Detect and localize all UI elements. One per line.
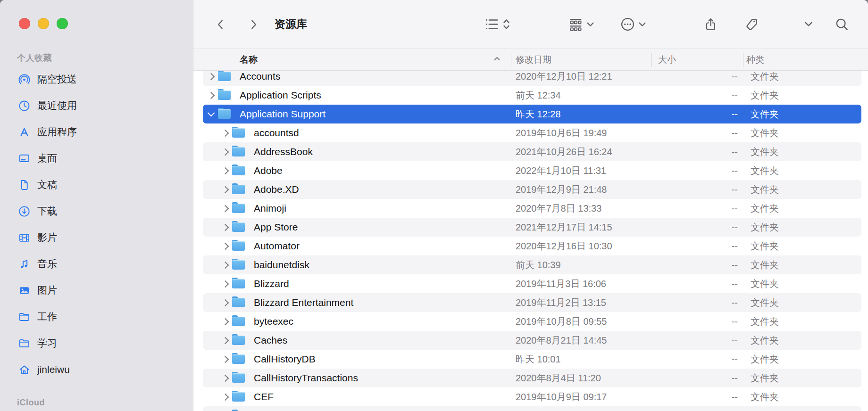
tag-button[interactable]	[745, 0, 759, 49]
minimize-button[interactable]	[38, 18, 49, 29]
folder-icon	[232, 204, 245, 213]
table-row[interactable]: baidunetdisk 前天 10:39 -- 文件夹	[193, 255, 868, 274]
file-kind: 文件夹	[751, 161, 779, 180]
sidebar-item-label: 工作	[37, 310, 57, 323]
date-modified: 2020年7月8日 13:33	[516, 199, 601, 218]
disclosure-chevron-icon[interactable]	[222, 142, 230, 161]
search-button[interactable]	[835, 0, 849, 49]
folder-icon	[232, 279, 245, 288]
disclosure-chevron-icon[interactable]	[222, 180, 230, 199]
airdrop-icon	[18, 73, 31, 86]
file-name: Adobe.XD	[254, 180, 299, 199]
sidebar-item-pictures[interactable]: 图片	[0, 277, 193, 304]
column-header-size[interactable]: 大小	[658, 49, 676, 71]
sidebar-item-music[interactable]: 音乐	[0, 251, 193, 277]
sidebar-item-clock[interactable]: 最近使用	[0, 92, 193, 119]
disclosure-chevron-icon[interactable]	[222, 293, 230, 312]
toolbar-overflow-button[interactable]	[805, 0, 812, 49]
table-row[interactable]: App Store 2021年12月17日 14:15 -- 文件夹	[193, 218, 868, 237]
table-row[interactable]: Blizzard Entertainment 2019年11月2日 13:15 …	[193, 293, 868, 312]
table-row[interactable]: Application Scripts 前天 12:34 -- 文件夹	[193, 86, 868, 105]
sidebar-item-home[interactable]: jinleiwu	[0, 356, 193, 383]
disclosure-chevron-icon[interactable]	[222, 161, 230, 180]
sidebar-item-document[interactable]: 文稿	[0, 172, 193, 198]
table-row[interactable]	[193, 406, 868, 411]
file-name: CallHistoryDB	[254, 350, 316, 369]
table-row[interactable]: accountsd 2019年10月6日 19:49 -- 文件夹	[193, 123, 868, 142]
zoom-button[interactable]	[57, 18, 68, 29]
file-kind: 文件夹	[751, 331, 779, 350]
folder-icon	[232, 392, 245, 402]
date-modified: 2020年8月4日 11:20	[516, 369, 601, 387]
file-size: --	[684, 199, 738, 218]
column-header-kind[interactable]: 种类	[746, 49, 764, 71]
table-row[interactable]: Automator 2020年12月16日 10:30 -- 文件夹	[193, 237, 868, 255]
disclosure-chevron-icon[interactable]	[208, 86, 216, 105]
table-row[interactable]: CEF 2019年10月9日 09:17 -- 文件夹	[193, 387, 868, 406]
back-button[interactable]	[215, 0, 227, 49]
disclosure-chevron-icon[interactable]	[222, 237, 230, 255]
file-kind: 文件夹	[751, 350, 779, 369]
sidebar-item-folder[interactable]: 学习	[0, 330, 193, 356]
disclosure-chevron-icon[interactable]	[222, 123, 230, 142]
disclosure-chevron-icon[interactable]	[222, 312, 230, 331]
table-row[interactable]: Caches 2020年8月21日 14:45 -- 文件夹	[193, 331, 868, 350]
sidebar-item-download[interactable]: 下载	[0, 198, 193, 224]
group-icon	[568, 17, 583, 32]
disclosure-chevron-icon[interactable]	[208, 71, 216, 86]
column-resize-handle[interactable]	[511, 53, 511, 67]
file-kind: 文件夹	[751, 123, 779, 142]
chevron-down-icon	[587, 22, 594, 27]
sidebar-section-favorites: 个人收藏	[17, 52, 52, 64]
table-row[interactable]: CallHistoryDB 昨天 10:01 -- 文件夹	[193, 350, 868, 369]
table-row[interactable]: CallHistoryTransactions 2020年8月4日 11:20 …	[193, 369, 868, 387]
file-name: App Store	[254, 218, 298, 237]
table-row[interactable]: Accounts 2020年12月10日 12:21 -- 文件夹	[193, 71, 868, 86]
disclosure-chevron-icon[interactable]	[222, 350, 230, 369]
folder-icon	[232, 241, 245, 251]
disclosure-chevron-icon[interactable]	[222, 255, 230, 274]
file-kind: 文件夹	[751, 237, 779, 255]
file-size: --	[684, 142, 738, 161]
sidebar-item-desktop[interactable]: 桌面	[0, 145, 193, 172]
disclosure-chevron-icon[interactable]	[222, 218, 230, 237]
disclosure-chevron-icon[interactable]	[222, 331, 230, 350]
sidebar-item-app-store[interactable]: 应用程序	[0, 119, 193, 145]
group-button[interactable]	[568, 0, 594, 49]
close-button[interactable]	[19, 18, 30, 29]
column-header-name[interactable]: 名称	[240, 49, 258, 71]
sidebar-item-label: 音乐	[37, 257, 57, 271]
disclosure-chevron-icon[interactable]	[222, 369, 230, 387]
column-header-date-modified[interactable]: 修改日期	[516, 49, 551, 71]
more-actions-button[interactable]	[620, 0, 646, 49]
sidebar-item-folder[interactable]: 工作	[0, 304, 193, 330]
disclosure-chevron-icon[interactable]	[222, 199, 230, 218]
disclosure-chevron-icon[interactable]	[208, 105, 216, 123]
table-row[interactable]: Adobe.XD 2019年12月9日 21:48 -- 文件夹	[193, 180, 868, 199]
file-name: baidunetdisk	[254, 255, 309, 274]
sidebar-section-icloud: iCloud	[17, 398, 45, 408]
home-icon	[18, 363, 31, 376]
sort-chevrons-icon	[503, 18, 510, 30]
column-resize-handle[interactable]	[651, 53, 652, 67]
sidebar-item-movies[interactable]: 影片	[0, 224, 193, 251]
disclosure-chevron-icon[interactable]	[222, 274, 230, 293]
disclosure-chevron-icon[interactable]	[222, 387, 230, 406]
table-row[interactable]: Application Support 昨天 12:28 -- 文件夹	[193, 105, 868, 123]
table-row[interactable]: Blizzard 2019年11月3日 16:06 -- 文件夹	[193, 274, 868, 293]
table-row[interactable]: Adobe 2022年1月10日 11:31 -- 文件夹	[193, 161, 868, 180]
table-row[interactable]: Animoji 2020年7月8日 13:33 -- 文件夹	[193, 199, 868, 218]
share-button[interactable]	[704, 0, 718, 49]
chevron-down-icon	[639, 22, 646, 27]
sidebar-item-airdrop[interactable]: 隔空投送	[0, 66, 193, 92]
column-resize-handle[interactable]	[743, 53, 743, 67]
file-name: Caches	[254, 331, 287, 350]
file-list[interactable]: Accounts 2020年12月10日 12:21 -- 文件夹 Applic…	[193, 71, 868, 411]
forward-button[interactable]	[247, 0, 259, 49]
view-options-button[interactable]	[484, 0, 510, 49]
table-row[interactable]: byteexec 2019年10月8日 09:55 -- 文件夹	[193, 312, 868, 331]
table-row[interactable]: AddressBook 2021年10月26日 16:24 -- 文件夹	[193, 142, 868, 161]
date-modified: 昨天 10:01	[516, 350, 561, 369]
folder-icon	[232, 298, 245, 307]
date-modified: 2020年12月16日 10:30	[516, 237, 612, 255]
